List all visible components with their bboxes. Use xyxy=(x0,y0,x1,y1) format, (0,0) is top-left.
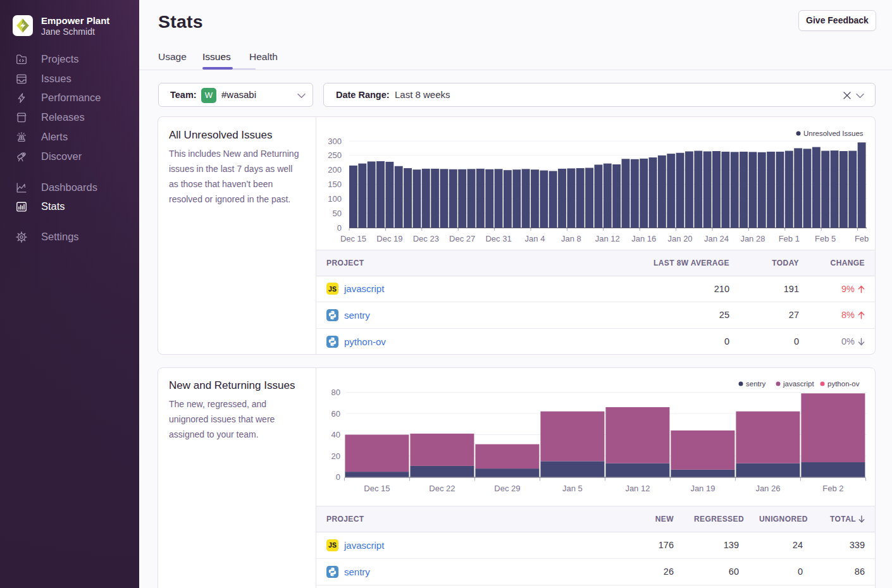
svg-text:Dec 19: Dec 19 xyxy=(376,234,402,243)
svg-text:Jan 24: Jan 24 xyxy=(704,234,729,243)
svg-text:Jan 12: Jan 12 xyxy=(595,234,620,243)
svg-text:javascript: javascript xyxy=(783,380,814,388)
svg-text:Dec 27: Dec 27 xyxy=(449,234,475,243)
svg-text:Dec 23: Dec 23 xyxy=(413,234,439,243)
svg-text:Jan 28: Jan 28 xyxy=(740,234,765,243)
svg-text:80: 80 xyxy=(331,388,340,397)
svg-text:Jan 26: Jan 26 xyxy=(755,484,780,493)
svg-text:Jan 5: Jan 5 xyxy=(562,484,583,493)
svg-text:20: 20 xyxy=(331,451,340,461)
svg-text:200: 200 xyxy=(328,165,342,175)
svg-text:Jan 8: Jan 8 xyxy=(561,234,581,243)
svg-text:Feb 2: Feb 2 xyxy=(822,484,843,493)
svg-text:300: 300 xyxy=(328,137,342,146)
svg-text:100: 100 xyxy=(328,194,342,204)
svg-text:Unresolved Issues: Unresolved Issues xyxy=(803,130,864,137)
svg-text:40: 40 xyxy=(331,430,340,439)
svg-text:Feb 1: Feb 1 xyxy=(779,234,800,243)
svg-text:Dec 15: Dec 15 xyxy=(364,484,390,493)
svg-text:150: 150 xyxy=(328,180,342,189)
svg-text:Jan 12: Jan 12 xyxy=(625,484,650,493)
svg-text:python-ov: python-ov xyxy=(827,380,860,388)
svg-text:Dec 22: Dec 22 xyxy=(429,484,455,493)
svg-text:Jan 19: Jan 19 xyxy=(690,484,715,493)
svg-text:Feb 5: Feb 5 xyxy=(815,234,836,243)
svg-text:0: 0 xyxy=(337,223,342,233)
svg-text:sentry: sentry xyxy=(746,380,766,388)
svg-text:Jan 20: Jan 20 xyxy=(668,234,693,243)
svg-text:50: 50 xyxy=(333,209,342,218)
svg-text:60: 60 xyxy=(331,409,340,419)
svg-text:Jan 16: Jan 16 xyxy=(631,234,656,243)
svg-text:250: 250 xyxy=(328,150,342,160)
svg-text:Dec 15: Dec 15 xyxy=(340,234,366,243)
svg-text:Dec 31: Dec 31 xyxy=(485,234,511,243)
svg-text:Jan 4: Jan 4 xyxy=(525,234,545,243)
svg-text:0: 0 xyxy=(336,472,340,482)
svg-text:Feb: Feb xyxy=(855,234,869,243)
svg-text:Dec 29: Dec 29 xyxy=(494,484,520,493)
